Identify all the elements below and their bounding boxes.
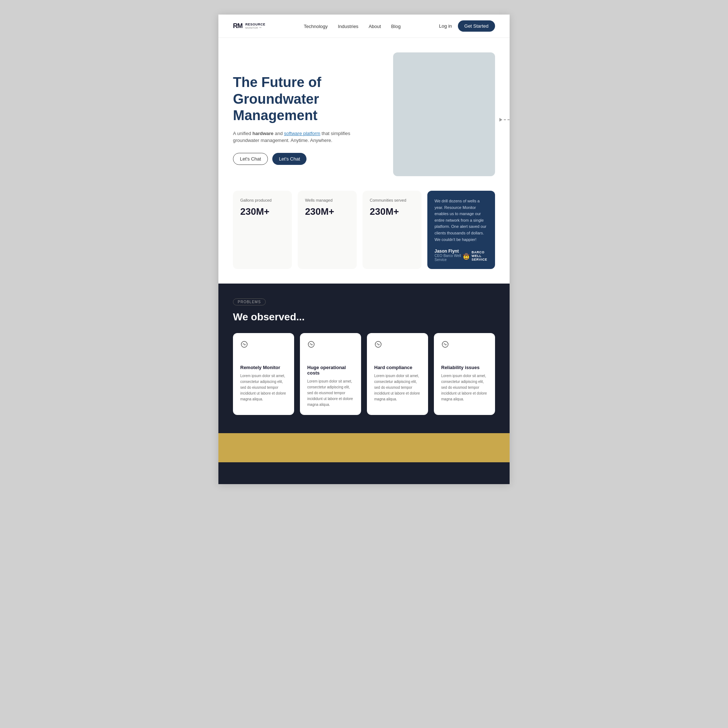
nav-industries[interactable]: Industries (338, 24, 358, 29)
logo-name: RESOURCE (245, 23, 265, 27)
problem-title-monitor: Remotely Monitor (240, 365, 287, 370)
hero-text: The Future of Groundwater Management A u… (233, 52, 359, 165)
problem-desc-monitor: Lorem ipsum dolor sit amet, consectetur … (240, 373, 287, 402)
hero-description: A unified hardware and software platform… (233, 130, 359, 144)
lets-chat-outline-button[interactable]: Let's Chat (233, 153, 268, 165)
stats-section: Gallons produced 230M+ Wells managed 230… (219, 191, 509, 284)
logo-mark: RM (233, 22, 242, 30)
costs-icon (307, 340, 354, 350)
testimonial-bottom: Jason Flynt CEO Barco Well Service 🤠 BAR… (434, 249, 488, 262)
problems-grid: Remotely Monitor Lorem ipsum dolor sit a… (233, 333, 495, 415)
stat-card-communities: Communities served 230M+ (362, 191, 422, 269)
testimonial-text: We drill dozens of wells a year. Resourc… (434, 198, 488, 243)
barco-logo: 🤠 BARCOWELL SERVICE (463, 251, 488, 262)
hero-section: The Future of Groundwater Management A u… (219, 38, 509, 191)
problem-title-reliability: Reliability issues (441, 365, 488, 370)
hero-title: The Future of Groundwater Management (233, 74, 359, 124)
problem-desc-costs: Lorem ipsum dolor sit amet, consectetur … (307, 379, 354, 408)
arrow-head-icon (499, 118, 502, 122)
stat-label-wells: Wells managed (305, 198, 349, 202)
hero-image-area (369, 52, 495, 176)
testimonial-card: We drill dozens of wells a year. Resourc… (427, 191, 495, 269)
stat-value-gallons: 230M+ (240, 206, 284, 217)
problem-card-reliability: Reliability issues Lorem ipsum dolor sit… (434, 333, 495, 415)
problem-desc-compliance: Lorem ipsum dolor sit amet, consectetur … (374, 373, 421, 402)
lets-chat-solid-button[interactable]: Let's Chat (272, 153, 306, 165)
stat-value-communities: 230M+ (370, 206, 414, 217)
navbar: RM RESOURCE MONITOR ™ Technology Industr… (219, 15, 509, 38)
nav-technology[interactable]: Technology (304, 24, 327, 29)
barco-icon: 🤠 (463, 253, 470, 260)
problem-title-compliance: Hard compliance (374, 365, 421, 370)
get-started-button[interactable]: Get Started (458, 20, 495, 32)
nav-blog[interactable]: Blog (391, 24, 401, 29)
problem-card-compliance: Hard compliance Lorem ipsum dolor sit am… (367, 333, 428, 415)
logo[interactable]: RM RESOURCE MONITOR ™ (233, 22, 265, 30)
problems-section: PROBLEMS We observed... Remotely Monitor… (219, 284, 509, 433)
logo-sub: MONITOR ™ (245, 27, 265, 29)
stat-card-wells: Wells managed 230M+ (298, 191, 357, 269)
problem-card-costs: Huge operational costs Lorem ipsum dolor… (300, 333, 361, 415)
hero-image-placeholder (393, 52, 495, 176)
bottom-dark-bar (219, 462, 509, 484)
monitor-icon (240, 340, 287, 350)
gold-footer-bar (219, 433, 509, 462)
stat-card-gallons: Gallons produced 230M+ (233, 191, 292, 269)
stat-value-wells: 230M+ (305, 206, 349, 217)
problem-title-costs: Huge operational costs (307, 365, 354, 376)
problem-desc-reliability: Lorem ipsum dolor sit amet, consectetur … (441, 373, 488, 402)
arrow-dots (504, 119, 509, 120)
compliance-icon (374, 340, 421, 350)
reliability-icon (441, 340, 488, 350)
testimonial-author-area: Jason Flynt CEO Barco Well Service (434, 249, 463, 262)
nav-links: Technology Industries About Blog (304, 23, 401, 29)
stat-label-gallons: Gallons produced (240, 198, 284, 202)
stat-label-communities: Communities served (370, 198, 414, 202)
problems-badge: PROBLEMS (233, 298, 266, 305)
login-button[interactable]: Log in (439, 23, 452, 29)
software-platform-link[interactable]: software platform (284, 131, 320, 136)
barco-text: BARCOWELL SERVICE (472, 251, 488, 262)
testimonial-role: CEO Barco Well Service (434, 254, 463, 262)
problems-title: We observed... (233, 311, 495, 323)
hero-arrow (499, 118, 509, 122)
nav-actions: Log in Get Started (439, 20, 495, 32)
testimonial-author: Jason Flynt (434, 249, 463, 254)
problem-card-monitor: Remotely Monitor Lorem ipsum dolor sit a… (233, 333, 294, 415)
nav-about[interactable]: About (369, 24, 381, 29)
hero-buttons: Let's Chat Let's Chat (233, 153, 359, 165)
